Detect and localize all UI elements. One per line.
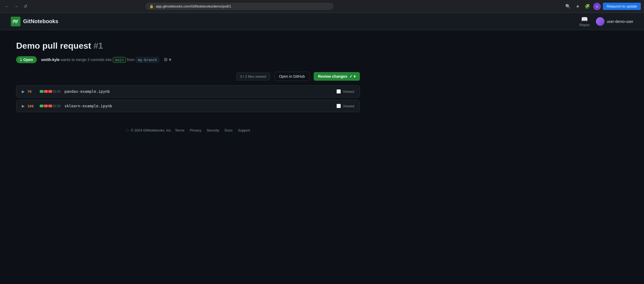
svg-rect-0 (11, 17, 20, 26)
logo-text: GitNotebooks (23, 18, 58, 24)
review-changes-label: Review changes (318, 74, 347, 79)
url-text: app.gitnotebooks.com/GitNotebooks/demo/p… (156, 4, 231, 8)
review-changes-button[interactable]: Review changes ✓ ▾ (314, 72, 360, 81)
footer-terms-link[interactable]: Terms (175, 128, 184, 132)
relaunch-button[interactable]: Relaunch to update (603, 3, 641, 10)
viewed-area: Viewed (337, 104, 354, 108)
nav-right: 📖 Repos user-demo-user (580, 16, 633, 27)
expand-icon: ▶ (22, 104, 25, 108)
footer-copyright: © 2024 GitNotebooks, Inc. (131, 128, 172, 132)
pr-desc-prefix: wants to merge 3 commits into (61, 58, 113, 62)
file-row[interactable]: ▶ 106 sklearn-example.ipynb Viewed (16, 100, 360, 112)
viewed-label: Viewed (343, 104, 354, 108)
pr-author: smith-kyle (41, 58, 60, 62)
user-avatar (596, 17, 605, 26)
diff-bars (40, 90, 61, 93)
user-name: user-demo-user (607, 19, 633, 24)
pr-status-text: Open (23, 58, 33, 62)
browser-chrome: ← → ↺ 🔒 app.gitnotebooks.com/GitNotebook… (0, 0, 644, 13)
dropdown-icon: ▾ (169, 57, 171, 63)
viewed-checkbox[interactable] (337, 104, 341, 108)
top-nav: GitNotebooks 📖 Repos user-demo-user (0, 13, 644, 30)
diff-count: 76 (27, 90, 37, 94)
files-header: 0 / 2 files viewed Open in GitHub Review… (16, 72, 360, 81)
pr-meta: ⤵ Open smith-kyle wants to merge 3 commi… (16, 56, 360, 63)
logo-area[interactable]: GitNotebooks (11, 17, 58, 26)
footer-security-link[interactable]: Security (207, 128, 219, 132)
viewed-checkbox[interactable] (337, 89, 341, 94)
diff-bar-green (40, 90, 44, 93)
expand-icon: ▶ (22, 89, 25, 94)
pr-head-branch[interactable]: my-branch (136, 57, 159, 63)
pr-number: #1 (93, 41, 103, 51)
diff-bar-gray-2 (57, 105, 61, 107)
viewed-label: Viewed (343, 90, 354, 94)
reload-button[interactable]: ↺ (21, 3, 29, 10)
footer-logo-icon: ⬡ (126, 128, 129, 132)
address-bar[interactable]: 🔒 app.gitnotebooks.com/GitNotebooks/demo… (146, 3, 334, 10)
review-changes-chevron-icon: ✓ ▾ (349, 74, 356, 79)
user-badge[interactable]: user-demo-user (596, 17, 633, 26)
main-content: Demo pull request #1 ⤵ Open smith-kyle w… (0, 30, 376, 154)
pr-from-text: from (127, 58, 136, 62)
footer-privacy-link[interactable]: Privacy (190, 128, 201, 132)
browser-actions: 🔍 ★ 🧩 U Relaunch to update (564, 3, 641, 10)
diff-bar-red-2 (48, 90, 52, 93)
app: GitNotebooks 📖 Repos user-demo-user Demo… (0, 13, 644, 284)
profile-avatar[interactable]: U (593, 3, 601, 10)
extensions-icon[interactable]: 🧩 (584, 3, 591, 10)
repos-label: Repos (580, 23, 590, 27)
pr-title: Demo pull request #1 (16, 41, 360, 51)
pr-title-text: Demo pull request (16, 41, 91, 51)
diff-bar-gray-1 (53, 90, 56, 93)
file-row[interactable]: ▶ 76 pandas-example.ipynb Viewed (16, 85, 360, 98)
diff-bar-red-2 (48, 105, 52, 107)
back-button[interactable]: ← (3, 3, 11, 10)
pr-base-branch[interactable]: main (113, 57, 126, 63)
diff-bars (40, 105, 61, 107)
diff-bar-red-1 (44, 90, 48, 93)
footer-support-link[interactable]: Support (238, 128, 250, 132)
browser-nav: ← → ↺ (3, 3, 29, 10)
gitnotebooks-logo-icon (11, 17, 20, 26)
file-name: pandas-example.ipynb (64, 89, 337, 94)
open-github-button[interactable]: Open in GitHub (274, 72, 310, 81)
repos-link[interactable]: 📖 Repos (580, 16, 590, 27)
viewed-area: Viewed (337, 89, 354, 94)
files-viewed-counter: 0 / 2 files viewed (236, 73, 270, 80)
pr-status-badge: ⤵ Open (16, 56, 37, 63)
diff-bar-gray-1 (53, 105, 56, 107)
diff-bar-green (40, 105, 44, 107)
footer-links: Terms Privacy Security Docs Support (175, 128, 250, 132)
forward-button[interactable]: → (12, 3, 20, 10)
footer: ⬡ © 2024 GitNotebooks, Inc. Terms Privac… (16, 112, 360, 143)
bookmark-icon[interactable]: ★ (574, 3, 581, 10)
repos-icon: 📖 (581, 16, 588, 22)
diff-bar-gray-2 (57, 90, 61, 93)
search-icon[interactable]: 🔍 (564, 3, 572, 10)
lock-icon: 🔒 (149, 4, 154, 8)
pr-settings-button[interactable]: ⚙ ▾ (164, 57, 171, 63)
pr-description: smith-kyle wants to merge 3 commits into… (41, 58, 159, 62)
pr-status-icon: ⤵ (20, 58, 22, 62)
gear-icon: ⚙ (164, 57, 168, 63)
file-name: sklearn-example.ipynb (64, 104, 337, 108)
diff-bar-red-1 (44, 105, 48, 107)
footer-docs-link[interactable]: Docs (225, 128, 233, 132)
file-list: ▶ 76 pandas-example.ipynb Viewed ▶ (16, 85, 360, 112)
diff-count: 106 (27, 104, 37, 108)
